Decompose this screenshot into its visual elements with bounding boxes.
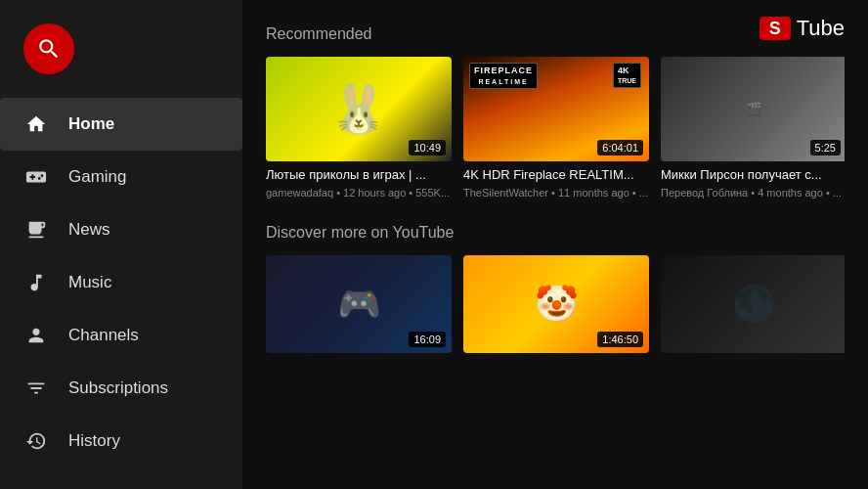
- video-info-v3: Микки Пирсон получает с... Перевод Гобли…: [661, 161, 845, 199]
- video-meta-v3: Перевод Гоблина • 4 months ago • ...: [661, 187, 845, 199]
- video-thumb-v3: 🎬 5:25: [661, 57, 845, 161]
- sidebar-item-subscriptions[interactable]: Subscriptions: [0, 362, 242, 415]
- thumb-char-d1: 🎮: [337, 284, 381, 325]
- video-info-v2: 4K HDR Fireplace REALTIM... TheSilentWat…: [463, 161, 649, 199]
- thumb-4k-badge: 4KTRUE: [613, 63, 641, 88]
- video-thumb-d1: 🎮 16:09: [266, 255, 452, 353]
- sidebar-item-music-label: Music: [68, 273, 111, 292]
- thumb-char-d3: 🌑: [732, 284, 776, 325]
- search-icon: [36, 36, 62, 62]
- video-title-v3: Микки Пирсон получает с...: [661, 167, 845, 184]
- sidebar-item-subscriptions-label: Subscriptions: [68, 378, 168, 398]
- recommended-row: 🐰 10:49 Лютые приколы в играх | ... game…: [266, 57, 845, 199]
- video-title-v1: Лютые приколы в играх | ...: [266, 167, 452, 184]
- video-card-d1[interactable]: 🎮 16:09: [266, 255, 452, 353]
- gaming-icon: [23, 164, 49, 190]
- sidebar-item-channels-label: Channels: [68, 326, 139, 345]
- sidebar-item-history[interactable]: History: [0, 415, 242, 467]
- main-content: S Tube Recommended 🐰 10:49 Лютые приколы…: [242, 0, 868, 489]
- sidebar-item-news[interactable]: News: [0, 203, 242, 256]
- yt-logo-s: S: [760, 17, 791, 40]
- video-duration-v1: 10:49: [409, 140, 446, 156]
- video-card-v3[interactable]: 🎬 5:25 Микки Пирсон получает с... Перево…: [661, 57, 845, 199]
- sidebar-item-home[interactable]: Home: [0, 98, 242, 151]
- top-bar: S Tube: [760, 16, 845, 41]
- yt-logo-text: Tube: [797, 16, 845, 41]
- video-meta-v1: gamewadafaq • 12 hours ago • 555K...: [266, 187, 452, 199]
- video-thumb-d2: 🤡 1:46:50: [463, 255, 649, 353]
- video-meta-v2: TheSilentWatcher • 11 months ago • ...: [463, 187, 649, 199]
- channels-icon: [23, 323, 49, 348]
- video-info-v1: Лютые приколы в играх | ... gamewadafaq …: [266, 161, 452, 199]
- sidebar: Home Gaming News: [0, 0, 242, 489]
- sidebar-item-gaming-label: Gaming: [68, 167, 127, 187]
- video-thumb-v2: FIREPLACE REALTIME 4KTRUE 6:04:01: [463, 57, 649, 161]
- video-duration-v2: 6:04:01: [597, 140, 643, 156]
- sidebar-item-history-label: History: [68, 431, 120, 451]
- recommended-title: Recommended: [266, 20, 845, 43]
- video-duration-d2: 1:46:50: [597, 332, 643, 347]
- thumb-char-d2: 🤡: [535, 284, 579, 325]
- subscriptions-icon: [23, 376, 49, 401]
- video-title-v2: 4K HDR Fireplace REALTIM...: [463, 167, 649, 184]
- sidebar-item-music[interactable]: Music: [0, 256, 242, 309]
- search-button[interactable]: [23, 23, 74, 74]
- search-btn-wrap: [0, 16, 242, 98]
- video-duration-d1: 16:09: [409, 332, 446, 347]
- discover-title: Discover more on YouTube: [266, 218, 845, 242]
- video-card-d2[interactable]: 🤡 1:46:50: [463, 255, 649, 353]
- video-card-d3[interactable]: 🌑: [661, 255, 845, 353]
- nav-items: Home Gaming News: [0, 98, 242, 489]
- home-icon: [23, 111, 49, 137]
- news-icon: [23, 217, 49, 243]
- video-card-v2[interactable]: FIREPLACE REALTIME 4KTRUE 6:04:01 4K HDR…: [463, 57, 649, 199]
- music-icon: [23, 270, 49, 295]
- video-duration-v3: 5:25: [810, 140, 841, 156]
- sidebar-item-gaming[interactable]: Gaming: [0, 151, 242, 203]
- sidebar-item-news-label: News: [68, 220, 110, 240]
- video-thumb-d3: 🌑: [661, 255, 845, 353]
- sidebar-item-channels[interactable]: Channels: [0, 309, 242, 362]
- video-thumb-v1: 🐰 10:49: [266, 57, 452, 161]
- thumb-badge-v2: FIREPLACE REALTIME: [469, 63, 538, 89]
- recommended-section: Recommended 🐰 10:49 Лютые приколы в игра…: [266, 20, 845, 199]
- sidebar-item-home-label: Home: [68, 114, 114, 134]
- discover-section: Discover more on YouTube 🎮 16:09 🤡 1:46:…: [266, 218, 845, 353]
- history-icon: [23, 428, 49, 454]
- video-card-v1[interactable]: 🐰 10:49 Лютые приколы в играх | ... game…: [266, 57, 452, 199]
- discover-row: 🎮 16:09 🤡 1:46:50 🌑 BO: [266, 255, 845, 353]
